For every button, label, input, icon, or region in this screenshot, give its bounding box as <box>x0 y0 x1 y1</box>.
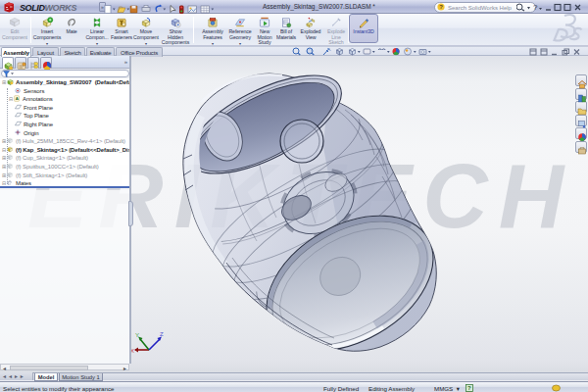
svg-text:?: ? <box>533 3 538 12</box>
svg-text:?: ? <box>439 4 443 10</box>
svg-text:Z: Z <box>160 331 164 337</box>
svg-text:Y: Y <box>135 332 139 338</box>
svg-text:?: ? <box>467 385 471 391</box>
